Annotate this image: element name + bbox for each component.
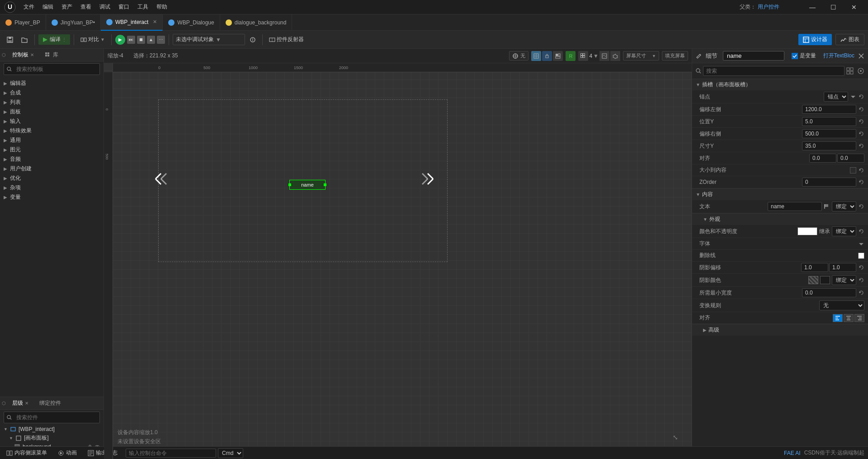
font-arrow[interactable] [858, 241, 864, 247]
shadow-color-checker[interactable] [808, 276, 818, 284]
tree-item-panel[interactable]: ▶ 面板 [0, 107, 104, 117]
tree-item-list[interactable]: ▶ 列表 [0, 98, 104, 107]
menu-help[interactable]: 帮助 [153, 2, 171, 12]
shadow-offset-y[interactable] [829, 263, 856, 272]
tree-item-common[interactable]: ▶ 通用 [0, 136, 104, 145]
size-y-reset[interactable] [858, 143, 864, 149]
maximize-button[interactable]: ☐ [823, 0, 844, 14]
tree-item-editor[interactable]: ▶ 编辑器 [0, 79, 104, 88]
hierarchy-search-input[interactable] [14, 413, 97, 422]
tab-wbp-interact[interactable]: WBP_interact ✕ [101, 14, 163, 31]
tree-item-vars[interactable]: ▶ 变量 [0, 192, 104, 202]
htree-canvas-panel[interactable]: ▼ [画布面板] [0, 433, 104, 443]
img-mode-btn[interactable] [599, 51, 609, 61]
tree-item-optimize[interactable]: ▶ 优化 [0, 173, 104, 183]
offset-right-reset[interactable] [858, 131, 864, 137]
size-y-input[interactable] [802, 141, 856, 150]
debug-target-dropdown[interactable]: 未选中调试对象 ▼ [173, 34, 245, 45]
tab-library[interactable]: 库 [41, 50, 62, 60]
transform-select[interactable]: 无 [819, 300, 864, 310]
align-left-btn[interactable] [833, 314, 843, 322]
section-advanced[interactable]: ▶ 高级 [692, 324, 868, 336]
close-control-board[interactable]: ✕ [30, 52, 34, 57]
size-content-reset[interactable] [858, 167, 864, 173]
tree-item-compose[interactable]: ▶ 合成 [0, 88, 104, 98]
tab-close-wbp-interact[interactable]: ✕ [153, 19, 157, 25]
grid-down-btn[interactable]: ▼ [593, 53, 599, 59]
lock-mode-btn[interactable] [542, 51, 552, 61]
resize-handle-left[interactable] [288, 183, 291, 186]
left-arrow-widget[interactable] [154, 172, 168, 189]
shadow-color-reset[interactable] [858, 277, 864, 283]
fill-screen-btn[interactable]: 填充屏幕 [662, 51, 688, 61]
grid-btn-1[interactable] [531, 51, 541, 61]
min-width-reset[interactable] [858, 290, 864, 296]
anchor-reset-icon[interactable] [858, 94, 864, 100]
color-reset[interactable] [858, 228, 864, 234]
alignment-x-input[interactable] [809, 154, 836, 163]
color-picker[interactable] [797, 227, 817, 235]
close-hierarchy[interactable]: ✕ [25, 401, 28, 406]
stop-button[interactable]: ⏹ [137, 36, 145, 44]
section-slot[interactable]: ▼ 插槽（画布面板槽） [692, 79, 868, 90]
reflect-button[interactable]: 控件反射器 [266, 34, 307, 45]
shadow-color-bind[interactable]: 绑定 [832, 275, 856, 285]
tab-bind-widget[interactable]: 绑定控件 [36, 398, 65, 408]
htree-wbp-interact[interactable]: ▼ [WBP_interact] [0, 425, 104, 433]
menu-file[interactable]: 文件 [20, 2, 38, 12]
align-center-btn[interactable] [844, 314, 854, 322]
tree-item-audio[interactable]: ▶ 音频 [0, 155, 104, 164]
corner-resize-icon[interactable]: ⤡ [673, 434, 678, 441]
details-search-input[interactable] [703, 66, 844, 76]
shadow-color-black[interactable] [820, 276, 830, 284]
output-log-btn[interactable]: 输出日志 [85, 448, 120, 458]
tree-item-user-created[interactable]: ▶ 用户创建 [0, 164, 104, 173]
close-button[interactable]: ✕ [844, 0, 864, 14]
play-button[interactable]: ▶ [115, 35, 125, 45]
layout-btn[interactable] [553, 51, 563, 61]
zorder-input[interactable] [802, 178, 856, 187]
details-name-input[interactable] [723, 51, 784, 61]
tree-item-effects[interactable]: ▶ 特殊效果 [0, 126, 104, 136]
grid-mode-btn[interactable] [578, 51, 588, 61]
search-input[interactable] [14, 65, 97, 74]
name-text-widget[interactable]: name [289, 180, 326, 190]
details-table-icon[interactable] [846, 67, 854, 75]
position-y-input[interactable] [802, 117, 856, 126]
open-button[interactable] [18, 35, 31, 45]
details-settings-icon[interactable] [857, 67, 864, 75]
tab-player-bp[interactable]: Player_BP [0, 14, 46, 31]
r-btn[interactable]: R [566, 51, 576, 61]
tab-dialogue-bg[interactable]: dialogue_background [220, 14, 292, 31]
tree-item-input[interactable]: ▶ 输入 [0, 117, 104, 126]
tab-hierarchy[interactable]: 层级 ✕ [9, 398, 32, 408]
designer-button[interactable]: 设计器 [798, 34, 832, 45]
cmd-select[interactable]: Cmd [218, 448, 243, 458]
strikethrough-color[interactable] [858, 253, 864, 259]
is-variable-checkbox[interactable]: 是变量 [792, 52, 816, 60]
save-button[interactable] [4, 35, 16, 45]
align-right-btn[interactable] [854, 314, 864, 322]
tab-control-board[interactable]: 控制板 ✕ [9, 50, 38, 60]
settings-btn[interactable] [610, 51, 620, 61]
resize-handle-right[interactable] [324, 183, 326, 186]
menu-debug[interactable]: 调试 [96, 2, 114, 12]
menu-edit[interactable]: 编辑 [39, 2, 57, 12]
content-scroll-btn[interactable]: 内容侧滚菜单 [4, 448, 50, 458]
menu-assets[interactable]: 资产 [58, 2, 76, 12]
text-bind-select[interactable]: 绑定 [832, 201, 856, 211]
pause-button[interactable]: ▲ [147, 36, 155, 44]
screen-size-dropdown[interactable]: 屏幕尺寸 ▼ [623, 51, 659, 61]
offset-left-reset[interactable] [858, 106, 864, 112]
tree-item-misc[interactable]: ▶ 杂项 [0, 183, 104, 192]
cmd-input[interactable] [126, 449, 216, 458]
minimize-button[interactable]: — [802, 0, 823, 14]
menu-view[interactable]: 查看 [77, 2, 95, 12]
screen-mode-btn[interactable]: 无 [509, 51, 528, 61]
section-appearance[interactable]: ▼ 外观 [692, 213, 868, 225]
tree-item-primitive[interactable]: ▶ 图元 [0, 145, 104, 155]
debug-icon[interactable] [247, 35, 259, 44]
position-y-reset[interactable] [858, 118, 864, 125]
tab-wbp-dialogue[interactable]: WBP_Dialogue [163, 14, 220, 31]
step-button[interactable]: ⏭ [127, 36, 135, 44]
